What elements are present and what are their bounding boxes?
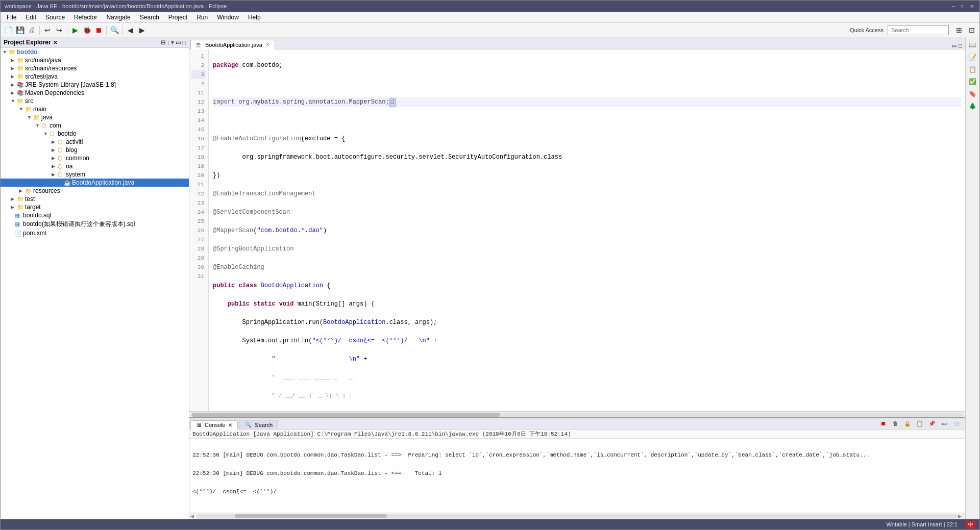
- pe-collapse-icon[interactable]: ⊟: [161, 39, 165, 46]
- tree-item-src-main-java[interactable]: ▶ 📁 src/main/java: [1, 56, 189, 64]
- console-icon: 🖥: [196, 422, 202, 428]
- tree-item-jre[interactable]: ▶ 📚 JRE System Library [JavaSE-1.8]: [1, 81, 189, 89]
- maximize-editor-icon[interactable]: □: [959, 43, 962, 49]
- quick-access-input[interactable]: [888, 25, 949, 35]
- tree-item-pom-xml[interactable]: 📄 pom.xml: [1, 229, 189, 237]
- menu-window[interactable]: Window: [213, 13, 243, 22]
- right-task-btn[interactable]: ✅: [967, 76, 978, 87]
- tree-item-resources[interactable]: ▶ 📁 resources: [1, 187, 189, 195]
- console-hscroll[interactable]: ◀ ▶: [189, 513, 965, 519]
- run-button[interactable]: ▶: [69, 24, 81, 36]
- right-type-btn[interactable]: 🌲: [967, 100, 978, 112]
- tree-item-com[interactable]: ▼ ⬡ com: [1, 121, 189, 130]
- debug-button[interactable]: 🐞: [81, 24, 92, 36]
- menu-navigate[interactable]: Navigate: [102, 13, 134, 22]
- console-scroll-lock-btn[interactable]: 🔒: [902, 418, 913, 429]
- title-text: workspace - Java EE - bootdo/src/main/ja…: [5, 3, 227, 9]
- editor-tabs: ☕ BootdoApplication.java ✕ ▭ □: [189, 37, 965, 49]
- tree-label: resources: [33, 187, 60, 194]
- scroll-left-btn[interactable]: ◀: [190, 514, 197, 519]
- package-icon: ⬡: [41, 122, 50, 129]
- tree-item-bootdo-compat-sql[interactable]: ▦ bootdo(如果报错请执行这个兼容版本).sql: [1, 219, 189, 229]
- console-pin-btn[interactable]: 📌: [926, 418, 938, 429]
- save-button[interactable]: 💾: [14, 24, 26, 36]
- search-tab[interactable]: 🔍 Search: [239, 420, 278, 429]
- console-clear-btn[interactable]: 🗑: [890, 418, 901, 429]
- menu-help[interactable]: Help: [244, 13, 265, 22]
- perspective-btn[interactable]: ⊞: [953, 24, 965, 36]
- tree-item-common[interactable]: ▶ ⬡ common: [1, 154, 189, 162]
- editor-hscroll[interactable]: [189, 411, 965, 417]
- print-button[interactable]: 🖨: [26, 24, 37, 36]
- tree-item-system[interactable]: ▶ ⬡ system: [1, 170, 189, 179]
- tree-item-blog[interactable]: ▶ ⬡ blog: [1, 146, 189, 154]
- editor-tab-bootdo-app[interactable]: ☕ BootdoApplication.java ✕: [190, 40, 275, 49]
- tree-item-src[interactable]: ▼ 📁 src: [1, 97, 189, 105]
- prev-button[interactable]: ◀: [125, 24, 136, 36]
- menu-run[interactable]: Run: [192, 13, 212, 22]
- console-stop-btn[interactable]: ⏹: [877, 418, 889, 429]
- tree-item-src-test-java[interactable]: ▶ 📁 src/test/java: [1, 72, 189, 81]
- menu-file[interactable]: File: [3, 13, 20, 22]
- tree-item-java[interactable]: ▼ 📁 java: [1, 113, 189, 121]
- tree-item-bootdo-sql[interactable]: ▦ bootdo.sql: [1, 211, 189, 219]
- right-panel: 📖 📝 📋 ✅ 🔖 🌲: [965, 37, 979, 519]
- tree-item-target[interactable]: ▶ 📁 target: [1, 203, 189, 211]
- code-editor[interactable]: 1 2 3 4 11 12 13 14 15 16 17 18: [189, 49, 965, 411]
- pe-menu-icon[interactable]: ▾: [171, 39, 174, 46]
- tree-item-maven-deps[interactable]: ▶ 📚 Maven Dependencies: [1, 89, 189, 97]
- tree-item-bootdo[interactable]: ▼ 📁 bootdo: [1, 48, 189, 56]
- console-max-btn[interactable]: □: [951, 418, 962, 429]
- pe-close-icon[interactable]: ✕: [53, 40, 57, 45]
- pe-sync-icon[interactable]: ↕: [167, 39, 170, 46]
- right-bookmark-btn[interactable]: 🔖: [967, 88, 978, 99]
- tab-close-icon[interactable]: ✕: [265, 42, 270, 47]
- tree-label: test: [25, 195, 35, 203]
- tree-item-main[interactable]: ▼ 📁 main: [1, 105, 189, 113]
- maximize-button[interactable]: □: [959, 3, 966, 10]
- menu-edit[interactable]: Edit: [21, 13, 40, 22]
- console-tab[interactable]: 🖥 Console ✕: [190, 420, 238, 430]
- tree-label: Maven Dependencies: [25, 89, 84, 96]
- stop-button[interactable]: ⏹: [93, 24, 104, 36]
- tree-label: activiti: [66, 138, 83, 145]
- tree-item-test[interactable]: ▶ 📁 test: [1, 195, 189, 203]
- menu-refactor[interactable]: Refactor: [70, 13, 101, 22]
- tree-item-bootdo-app[interactable]: ☕ BootdoApplication.java: [1, 179, 189, 187]
- console-content[interactable]: 22:52:30 [main] DEBUG com.bootdo.common.…: [189, 439, 965, 513]
- tree-label: java: [41, 114, 53, 121]
- right-outline-btn[interactable]: 📋: [967, 64, 978, 75]
- search-btn[interactable]: 🔍: [109, 24, 120, 36]
- redo-button[interactable]: ↪: [54, 24, 65, 36]
- new-button[interactable]: 📄: [3, 24, 14, 36]
- right-decl-btn[interactable]: 📝: [967, 52, 978, 63]
- tree-item-activiti[interactable]: ▶ ⬡ activiti: [1, 138, 189, 146]
- minimize-button[interactable]: ─: [950, 3, 957, 10]
- menu-project[interactable]: Project: [164, 13, 191, 22]
- tree-item-src-main-res[interactable]: ▶ 📁 src/main/resources: [1, 64, 189, 72]
- code-content[interactable]: package com.bootdo; import org.mybatis.s…: [209, 49, 965, 411]
- menu-source[interactable]: Source: [41, 13, 69, 22]
- code-line-11: @EnableAutoConfiguration(exclude = {: [213, 134, 961, 143]
- console-log-line-2: 22:52:30 [main] DEBUG com.bootdo.common.…: [192, 470, 962, 476]
- scroll-right-btn[interactable]: ▶: [958, 514, 964, 519]
- menu-search[interactable]: Search: [136, 13, 163, 22]
- console-min-btn[interactable]: ▭: [939, 418, 950, 429]
- pe-max-icon[interactable]: □: [182, 39, 186, 46]
- console-copy-btn[interactable]: 📋: [914, 418, 925, 429]
- console-tab-close-icon[interactable]: ✕: [228, 422, 232, 428]
- next-button[interactable]: ▶: [136, 24, 148, 36]
- tree-item-bootdo-pkg[interactable]: ▼ ⬡ bootdo: [1, 130, 189, 138]
- minimize-editor-icon[interactable]: ▭: [951, 42, 957, 49]
- pe-min-icon[interactable]: ▭: [176, 39, 181, 46]
- code-line-19: public class BootdoApplication {: [213, 281, 961, 290]
- undo-button[interactable]: ↩: [42, 24, 53, 36]
- arrow-icon: ▼: [11, 98, 17, 104]
- tree-item-oa[interactable]: ▶ ⬡ oa: [1, 162, 189, 170]
- close-button[interactable]: ✕: [968, 3, 975, 10]
- folder-icon: 📁: [17, 98, 25, 105]
- open-perspective-btn[interactable]: ⊡: [966, 24, 977, 36]
- right-javadoc-btn[interactable]: 📖: [967, 39, 978, 51]
- sql-file-icon: ▦: [15, 221, 23, 228]
- package-icon: ⬡: [58, 155, 66, 162]
